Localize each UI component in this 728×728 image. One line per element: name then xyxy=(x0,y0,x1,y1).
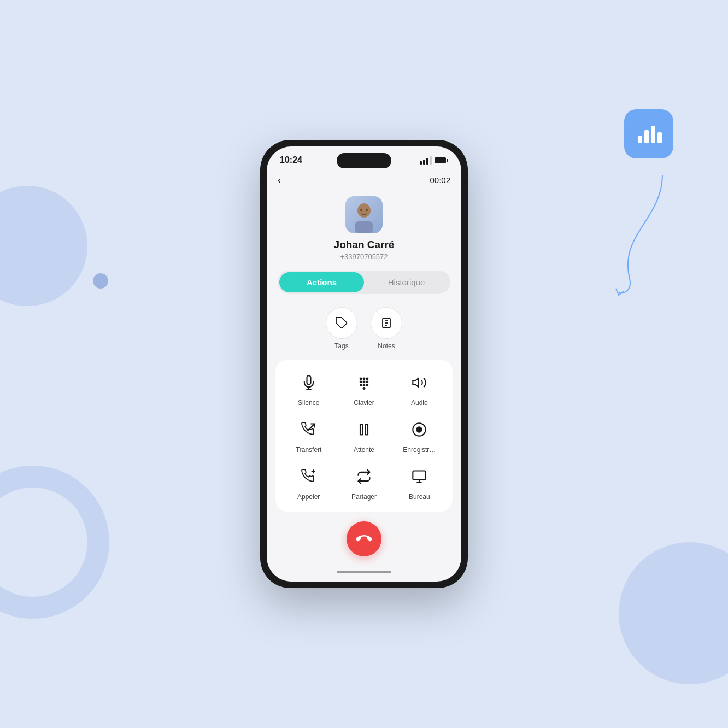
svg-point-32 xyxy=(417,427,422,432)
back-button[interactable]: ‹ xyxy=(278,174,281,186)
signal-icon xyxy=(420,156,432,165)
appeler-action[interactable]: Appeler xyxy=(281,465,336,501)
end-call-button[interactable] xyxy=(347,521,381,556)
arrow-decoration xyxy=(586,153,684,306)
notes-label: Notes xyxy=(378,342,395,350)
svg-rect-35 xyxy=(413,471,426,480)
svg-point-26 xyxy=(363,388,365,389)
attente-action[interactable]: Attente xyxy=(336,418,391,454)
phone-screen: 10:24 ‹ 00:02 xyxy=(267,146,461,582)
bureau-icon xyxy=(407,465,431,489)
clavier-label: Clavier xyxy=(354,399,374,407)
battery-icon xyxy=(435,157,448,164)
home-bar xyxy=(337,571,391,573)
partager-icon xyxy=(352,465,376,489)
status-icons xyxy=(420,156,448,165)
svg-point-6 xyxy=(357,203,371,218)
clavier-icon xyxy=(352,371,376,395)
transfert-action[interactable]: Transfert xyxy=(281,418,336,454)
silence-action[interactable]: Silence xyxy=(281,371,336,407)
svg-rect-1 xyxy=(644,130,649,143)
tab-historique[interactable]: Historique xyxy=(364,272,449,292)
svg-point-17 xyxy=(360,378,362,380)
partager-label: Partager xyxy=(351,493,377,501)
avatar-image xyxy=(345,196,383,233)
bureau-action[interactable]: Bureau xyxy=(392,465,447,501)
tags-action[interactable]: Tags xyxy=(326,307,357,350)
bureau-label: Bureau xyxy=(409,493,430,501)
tags-icon-circle xyxy=(326,307,357,339)
svg-rect-0 xyxy=(638,136,642,143)
enregistr-action[interactable]: Enregistr… xyxy=(392,418,447,454)
tab-actions[interactable]: Actions xyxy=(279,272,364,292)
contact-section: Johan Carré +33970705572 xyxy=(267,191,461,271)
notes-action[interactable]: Notes xyxy=(371,307,402,350)
call-actions-grid: Silence xyxy=(275,360,453,512)
silence-icon xyxy=(297,371,321,395)
bg-decoration-4 xyxy=(93,273,108,289)
hangup-icon xyxy=(356,531,372,547)
svg-rect-7 xyxy=(355,221,373,233)
contact-phone: +33970705572 xyxy=(340,253,388,261)
svg-rect-30 xyxy=(365,425,368,435)
svg-rect-29 xyxy=(360,425,363,435)
svg-point-25 xyxy=(366,384,368,386)
svg-point-8 xyxy=(360,209,362,212)
svg-rect-3 xyxy=(657,132,662,143)
attente-icon xyxy=(352,418,376,442)
analytics-widget xyxy=(624,109,673,158)
home-indicator xyxy=(267,566,461,582)
contact-name: Johan Carré xyxy=(334,239,395,251)
notes-icon-circle xyxy=(371,307,402,339)
phone-frame: 10:24 ‹ 00:02 xyxy=(260,140,468,588)
appeler-label: Appeler xyxy=(297,493,320,501)
audio-icon xyxy=(407,371,431,395)
call-timer: 00:02 xyxy=(430,175,450,185)
avatar xyxy=(345,196,383,233)
svg-rect-4 xyxy=(435,157,446,163)
end-call-section xyxy=(267,512,461,566)
silence-label: Silence xyxy=(298,399,319,407)
enregistr-icon xyxy=(407,418,431,442)
transfert-label: Transfert xyxy=(296,446,322,454)
svg-point-21 xyxy=(363,381,365,383)
svg-point-24 xyxy=(363,384,365,386)
enregistr-label: Enregistr… xyxy=(403,446,436,454)
audio-label: Audio xyxy=(411,399,428,407)
audio-action[interactable]: Audio xyxy=(392,371,447,407)
attente-label: Attente xyxy=(354,446,374,454)
phone-device: 10:24 ‹ 00:02 xyxy=(260,140,468,588)
header-nav: ‹ 00:02 xyxy=(267,169,461,191)
svg-point-19 xyxy=(366,378,368,380)
svg-point-18 xyxy=(363,378,365,380)
tag-icon xyxy=(335,316,348,330)
notes-icon xyxy=(380,316,393,330)
svg-point-22 xyxy=(366,381,368,383)
svg-rect-5 xyxy=(447,159,448,162)
tags-label: Tags xyxy=(334,342,348,350)
svg-rect-2 xyxy=(651,126,655,143)
transfert-icon xyxy=(297,418,321,442)
dynamic-island xyxy=(337,153,391,168)
bg-decoration-2 xyxy=(0,466,109,619)
bg-decoration-3 xyxy=(619,542,728,684)
svg-marker-27 xyxy=(413,378,419,387)
status-time: 10:24 xyxy=(280,155,302,165)
tab-bar: Actions Historique xyxy=(278,271,450,294)
svg-point-23 xyxy=(360,384,362,386)
svg-point-9 xyxy=(366,209,368,212)
appeler-icon xyxy=(297,465,321,489)
bg-decoration-1 xyxy=(0,186,87,306)
svg-point-20 xyxy=(360,381,362,383)
clavier-action[interactable]: Clavier xyxy=(336,371,391,407)
partager-action[interactable]: Partager xyxy=(336,465,391,501)
quick-actions-row: Tags Notes xyxy=(267,303,461,360)
